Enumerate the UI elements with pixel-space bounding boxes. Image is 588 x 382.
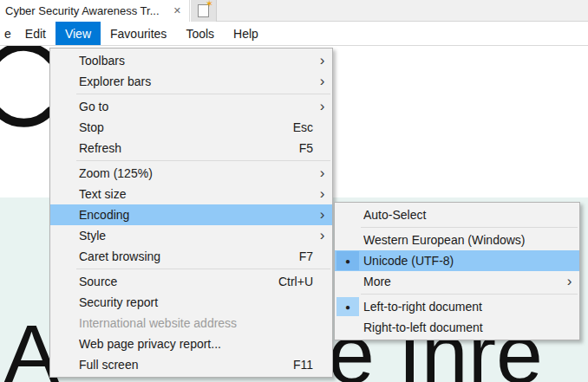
menu-icon-slot	[52, 314, 75, 333]
menu-icon-slot	[52, 164, 75, 183]
menu-item-label: International website address	[79, 316, 317, 330]
menu-item-international-website-address: International website address	[50, 313, 332, 333]
menu-item-full-screen[interactable]: Full screenF11	[50, 354, 332, 375]
menu-item-label: Left-to-right document	[363, 300, 564, 314]
menu-separator	[76, 160, 330, 161]
menu-item-style[interactable]: Style›	[50, 225, 332, 246]
menu-item-toolbars[interactable]: Toolbars›	[50, 50, 332, 71]
menu-item-encoding[interactable]: Encoding›	[50, 204, 332, 225]
menu-icon-slot	[52, 272, 75, 291]
menu-item-label: Stop	[79, 120, 293, 134]
menu-icon-slot	[336, 318, 359, 337]
menu-item-label: Unicode (UTF-8)	[363, 254, 564, 268]
shortcut-label: F11	[293, 358, 313, 372]
tab-bar: Cyber Security Awareness Tr... ✕ ✶	[0, 0, 588, 22]
menu-icon-slot	[52, 72, 75, 91]
menu-item-label: Web page privacy report...	[79, 337, 317, 351]
submenu-arrow-icon: ›	[564, 274, 575, 288]
submenu-arrow-icon: ›	[317, 186, 328, 201]
menu-separator	[76, 269, 330, 269]
menubar-item-help[interactable]: Help	[224, 22, 268, 45]
menu-item-refresh[interactable]: RefreshF5	[50, 138, 332, 159]
menu-item-unicode-utf-8[interactable]: ●Unicode (UTF-8)	[335, 250, 579, 271]
menu-item-label: Go to	[79, 100, 317, 113]
menu-item-label: Auto-Select	[363, 208, 564, 222]
submenu-arrow-icon: ›	[317, 165, 328, 180]
menu-bar: eEditViewFavouritesToolsHelp	[0, 22, 588, 46]
radio-bullet-icon: ●	[336, 251, 359, 270]
shortcut-label: Esc	[293, 120, 313, 134]
menu-item-auto-select[interactable]: Auto-Select	[335, 204, 579, 225]
new-tab-star-icon: ✶	[206, 0, 213, 9]
menu-icon-slot	[52, 51, 75, 70]
browser-tab[interactable]: Cyber Security Awareness Tr... ✕	[0, 0, 190, 22]
menu-item-label: Toolbars	[79, 54, 317, 68]
menu-item-security-report[interactable]: Security report	[50, 292, 332, 313]
menu-icon-slot	[52, 205, 75, 224]
menu-icon-slot	[52, 247, 75, 266]
menu-item-label: Full screen	[79, 358, 293, 372]
menu-item-label: Encoding	[79, 208, 317, 222]
encoding-submenu: Auto-SelectWestern European (Windows)●Un…	[334, 202, 580, 340]
submenu-arrow-icon: ›	[317, 74, 328, 88]
menu-item-label: Explorer bars	[79, 74, 317, 88]
submenu-arrow-icon: ›	[317, 228, 328, 243]
menu-icon-slot	[52, 293, 75, 312]
shortcut-label: F7	[299, 249, 313, 263]
menu-item-label: Source	[79, 275, 278, 288]
tab-strip-empty-area	[217, 0, 588, 22]
close-tab-icon[interactable]: ✕	[173, 5, 181, 16]
shortcut-label: Ctrl+U	[278, 275, 313, 288]
browser-window: A e Inre Cyber Security Awareness Tr... …	[0, 0, 588, 382]
menu-separator	[361, 227, 578, 228]
menu-item-caret-browsing[interactable]: Caret browsingF7	[50, 246, 332, 267]
menu-item-label: Zoom (125%)	[79, 166, 317, 180]
menu-item-label: Style	[79, 229, 317, 243]
menu-separator	[361, 294, 578, 295]
menu-icon-slot	[52, 334, 75, 353]
menu-item-explorer-bars[interactable]: Explorer bars›	[50, 71, 332, 92]
menubar-item-file-partial[interactable]: e	[0, 22, 16, 45]
new-tab-button[interactable]: ✶	[191, 0, 217, 22]
menu-item-western-european-windows[interactable]: Western European (Windows)	[335, 230, 579, 250]
tab-title: Cyber Security Awareness Tr...	[0, 4, 170, 17]
menu-item-label: Security report	[79, 295, 317, 309]
menu-icon-slot	[336, 205, 359, 224]
view-dropdown-menu: Toolbars›Explorer bars›Go to›StopEscRefr…	[49, 48, 333, 378]
radio-bullet-icon: ●	[336, 297, 359, 316]
menu-item-label: Western European (Windows)	[363, 233, 564, 247]
menubar-item-edit[interactable]: Edit	[16, 22, 56, 45]
menu-item-more[interactable]: More›	[335, 271, 579, 292]
menu-icon-slot	[52, 97, 75, 116]
menu-item-go-to[interactable]: Go to›	[50, 96, 332, 117]
new-tab-page-icon: ✶	[198, 4, 209, 17]
submenu-arrow-icon: ›	[317, 99, 328, 113]
menu-icon-slot	[52, 226, 75, 245]
menubar-item-tools[interactable]: Tools	[176, 22, 224, 45]
menu-item-label: Text size	[79, 187, 317, 201]
menu-item-zoom-125[interactable]: Zoom (125%)›	[50, 163, 332, 184]
menu-item-text-size[interactable]: Text size›	[50, 184, 332, 204]
menu-icon-slot	[336, 230, 359, 249]
submenu-arrow-icon: ›	[317, 207, 328, 222]
menu-item-right-to-left-document[interactable]: Right-to-left document	[335, 317, 579, 338]
menu-item-label: More	[363, 275, 564, 288]
menu-item-web-page-privacy-report[interactable]: Web page privacy report...	[50, 333, 332, 354]
menu-item-label: Caret browsing	[79, 249, 299, 263]
menu-item-source[interactable]: SourceCtrl+U	[50, 271, 332, 292]
menu-item-label: Right-to-left document	[363, 320, 564, 334]
menu-icon-slot	[52, 139, 75, 158]
menu-item-label: Refresh	[79, 141, 299, 155]
menu-item-stop[interactable]: StopEsc	[50, 117, 332, 138]
menubar-item-favourites[interactable]: Favourites	[101, 22, 176, 45]
menu-separator	[76, 94, 330, 94]
menubar-item-view[interactable]: View	[56, 22, 101, 45]
menu-icon-slot	[336, 272, 359, 291]
menu-icon-slot	[52, 118, 75, 137]
menu-item-left-to-right-document[interactable]: ●Left-to-right document	[335, 296, 579, 317]
menu-icon-slot	[52, 185, 75, 204]
submenu-arrow-icon: ›	[317, 53, 328, 68]
shortcut-label: F5	[299, 141, 313, 155]
menu-icon-slot	[52, 355, 75, 374]
